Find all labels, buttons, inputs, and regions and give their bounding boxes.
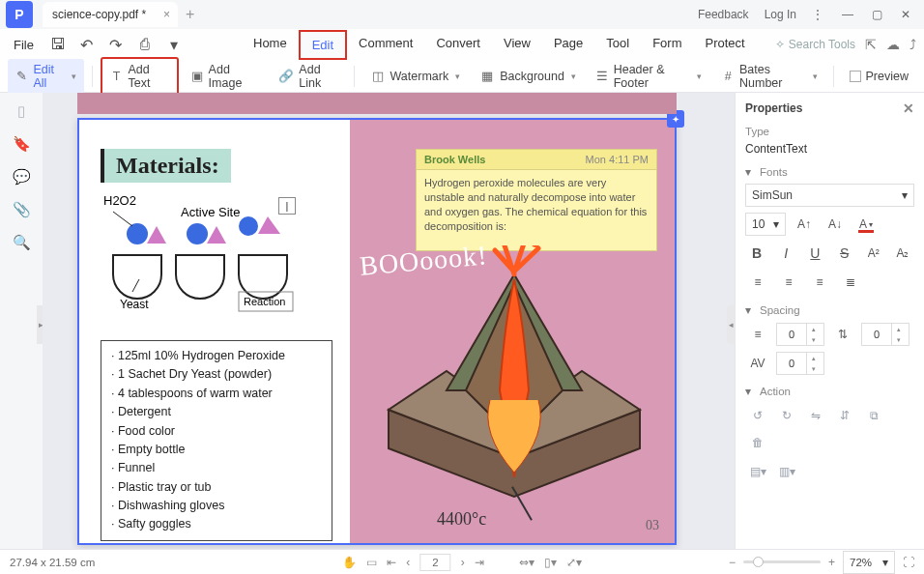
- down-arrow-icon[interactable]: ▾: [807, 334, 820, 345]
- close-window-button[interactable]: ✕: [891, 3, 920, 26]
- new-tab-button[interactable]: +: [186, 6, 194, 23]
- edit-all-button[interactable]: ✎ Edit All ▾: [8, 59, 84, 94]
- char-spacing-input[interactable]: ▴▾: [776, 352, 824, 375]
- align-justify-button[interactable]: ≣: [838, 271, 863, 294]
- tab-comment[interactable]: Comment: [347, 30, 424, 60]
- increase-font-icon[interactable]: A↑: [792, 213, 817, 236]
- search-tools-input[interactable]: ✧ Search Tools: [775, 38, 855, 51]
- align-left-button[interactable]: ≡: [745, 271, 770, 294]
- arrange-back-icon[interactable]: ▥▾: [774, 460, 799, 483]
- last-page-icon[interactable]: ⇥: [475, 556, 484, 569]
- background-button[interactable]: ▦ Background ▾: [472, 65, 584, 88]
- upload-icon[interactable]: ⤴: [910, 37, 916, 52]
- up-arrow-icon[interactable]: ▴: [807, 353, 820, 363]
- more-icon[interactable]: ⋮: [806, 4, 829, 25]
- bold-button[interactable]: B: [745, 242, 768, 265]
- align-center-button[interactable]: ≡: [776, 271, 801, 294]
- rotate-ccw-icon[interactable]: ↺: [745, 404, 770, 427]
- superscript-button[interactable]: A²: [862, 242, 885, 265]
- next-page-icon[interactable]: ›: [461, 556, 465, 569]
- collapse-icon[interactable]: ▾: [745, 303, 755, 317]
- zoom-slider[interactable]: [743, 560, 821, 563]
- file-menu[interactable]: File: [6, 34, 42, 56]
- collapse-panel-handle[interactable]: ◂: [727, 305, 735, 344]
- add-image-button[interactable]: ▣ Add Image: [183, 59, 268, 94]
- document-canvas[interactable]: ◂ ✦ Materials: | H2O2 Active Site: [43, 93, 735, 549]
- preview-toggle[interactable]: Preview: [842, 66, 916, 87]
- close-panel-icon[interactable]: ✕: [903, 100, 914, 116]
- delete-icon[interactable]: 🗑: [745, 431, 770, 454]
- document-tab[interactable]: science-copy.pdf * ×: [43, 2, 178, 27]
- first-page-icon[interactable]: ⇤: [387, 556, 396, 569]
- zoom-select[interactable]: 72%▾: [843, 551, 895, 574]
- add-link-button[interactable]: 🔗 Add Link: [271, 59, 345, 94]
- svg-marker-3: [147, 226, 166, 244]
- minimize-button[interactable]: —: [833, 3, 862, 26]
- up-arrow-icon[interactable]: ▴: [807, 324, 820, 334]
- maximize-button[interactable]: ▢: [862, 3, 891, 26]
- qat-chevron-icon[interactable]: ▾: [163, 34, 185, 55]
- chevron-down-icon: ▾: [571, 72, 576, 81]
- fullscreen-icon[interactable]: ⛶: [903, 556, 914, 569]
- tab-close-icon[interactable]: ×: [163, 8, 170, 21]
- feedback-link[interactable]: Feedback: [692, 4, 755, 25]
- read-mode-icon[interactable]: ⤢▾: [566, 556, 582, 569]
- tab-protect[interactable]: Protect: [694, 30, 757, 60]
- decrease-font-icon[interactable]: A↓: [823, 213, 848, 236]
- subscript-button[interactable]: A₂: [891, 242, 914, 265]
- tab-view[interactable]: View: [492, 30, 542, 60]
- select-tool-icon[interactable]: ▭: [366, 556, 377, 569]
- fit-width-icon[interactable]: ⇔▾: [519, 556, 534, 569]
- header-footer-button[interactable]: ☰ Header & Footer ▾: [588, 59, 709, 94]
- watermark-button[interactable]: ◫ Watermark ▾: [362, 65, 469, 88]
- align-right-button[interactable]: ≡: [807, 271, 832, 294]
- bates-number-button[interactable]: # Bates Number ▾: [713, 59, 824, 94]
- single-page-icon[interactable]: ▯▾: [544, 556, 557, 569]
- svg-point-2: [127, 223, 148, 244]
- hand-tool-icon[interactable]: ✋: [342, 556, 357, 569]
- zoom-in-icon[interactable]: +: [828, 556, 835, 569]
- down-arrow-icon[interactable]: ▾: [892, 334, 905, 345]
- slider-thumb[interactable]: [753, 557, 764, 567]
- tab-form[interactable]: Form: [641, 30, 693, 60]
- arrange-front-icon[interactable]: ▤▾: [745, 460, 770, 483]
- underline-button[interactable]: U: [803, 242, 826, 265]
- tab-home[interactable]: Home: [242, 30, 299, 60]
- up-arrow-icon[interactable]: ▴: [892, 324, 905, 334]
- copy-icon[interactable]: ⧉: [861, 404, 886, 427]
- share-icon[interactable]: ⇱: [865, 37, 877, 52]
- sticky-note[interactable]: Brook Wells Mon 4:11 PM Hydrogen peroxid…: [416, 149, 657, 251]
- tab-tool[interactable]: Tool: [594, 30, 641, 60]
- font-size-select[interactable]: 10▾: [745, 213, 786, 236]
- redo-icon[interactable]: ↷: [105, 34, 127, 55]
- page-number-input[interactable]: 2: [419, 554, 450, 571]
- bookmarks-icon[interactable]: 🔖: [13, 135, 31, 153]
- comments-icon[interactable]: 💬: [13, 168, 31, 186]
- line-spacing-input[interactable]: ▴▾: [776, 323, 824, 346]
- font-family-select[interactable]: SimSun▾: [745, 184, 914, 207]
- collapse-icon[interactable]: ▾: [745, 165, 755, 179]
- add-text-button[interactable]: T Add Text: [101, 57, 179, 96]
- font-color-button[interactable]: A▾: [853, 213, 879, 236]
- rotate-cw-icon[interactable]: ↻: [774, 404, 799, 427]
- thumbnails-icon[interactable]: ▯: [17, 102, 25, 120]
- down-arrow-icon[interactable]: ▾: [807, 363, 820, 374]
- tab-convert[interactable]: Convert: [424, 30, 492, 60]
- italic-button[interactable]: I: [774, 242, 797, 265]
- flip-v-icon[interactable]: ⇵: [832, 404, 857, 427]
- zoom-out-icon[interactable]: −: [729, 556, 736, 569]
- cloud-icon[interactable]: ☁: [886, 37, 900, 52]
- attachments-icon[interactable]: 📎: [13, 201, 31, 218]
- save-icon[interactable]: 🖫: [47, 34, 69, 55]
- para-spacing-input[interactable]: ▴▾: [861, 323, 910, 346]
- print-icon[interactable]: ⎙: [134, 34, 156, 55]
- collapse-icon[interactable]: ▾: [745, 385, 755, 398]
- login-link[interactable]: Log In: [759, 4, 802, 25]
- search-icon[interactable]: 🔍: [13, 234, 31, 251]
- prev-page-icon[interactable]: ‹: [406, 556, 410, 569]
- flip-h-icon[interactable]: ⇋: [803, 404, 828, 427]
- tab-edit[interactable]: Edit: [299, 30, 347, 60]
- strikethrough-button[interactable]: S: [833, 242, 856, 265]
- tab-page[interactable]: Page: [542, 30, 594, 60]
- undo-icon[interactable]: ↶: [76, 34, 98, 55]
